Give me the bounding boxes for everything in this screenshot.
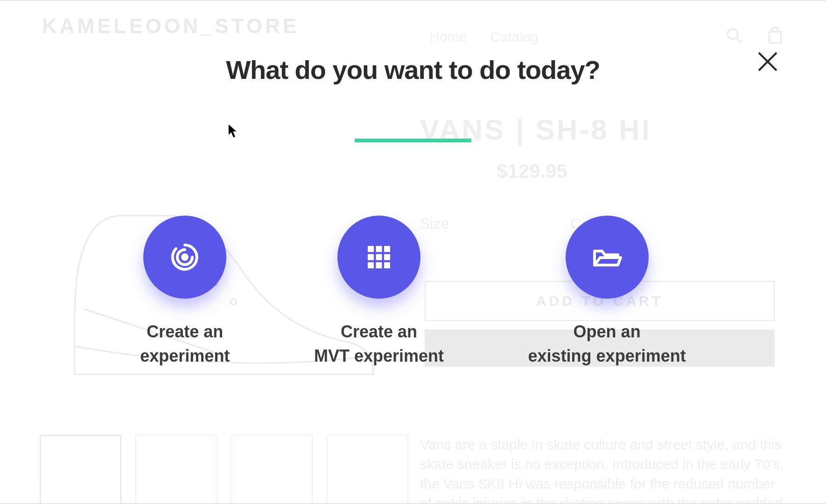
mouse-cursor: [228, 123, 239, 139]
option-open-existing-experiment[interactable]: Open an existing experiment: [528, 216, 686, 368]
option-1-line1: Create an: [341, 322, 417, 341]
modal-overlay: What do you want to do today? Create an …: [0, 1, 826, 503]
option-0-line1: Create an: [147, 322, 223, 341]
option-2-line1: Open an: [574, 322, 641, 341]
svg-rect-16: [384, 254, 390, 260]
option-create-mvt-experiment[interactable]: Create an MVT experiment: [314, 216, 444, 368]
option-1-line2: MVT experiment: [314, 346, 444, 365]
svg-rect-15: [376, 254, 382, 260]
svg-rect-12: [376, 246, 382, 252]
option-create-experiment[interactable]: Create an experiment: [140, 216, 230, 368]
svg-point-10: [181, 253, 189, 261]
svg-rect-19: [384, 262, 390, 268]
folder-open-icon: [566, 216, 649, 299]
svg-rect-14: [368, 254, 374, 260]
grid-icon: [337, 216, 420, 299]
svg-rect-18: [376, 262, 382, 268]
close-icon: [756, 50, 779, 73]
progress-bar: [355, 139, 471, 142]
svg-rect-11: [368, 246, 374, 252]
target-icon: [143, 216, 226, 299]
option-2-line2: existing experiment: [528, 346, 686, 365]
option-0-line2: experiment: [140, 346, 230, 365]
options-row: Create an experiment Create: [0, 216, 826, 368]
svg-rect-13: [384, 246, 390, 252]
close-button[interactable]: [756, 50, 779, 73]
modal-title: What do you want to do today?: [0, 55, 826, 85]
svg-rect-17: [368, 262, 374, 268]
